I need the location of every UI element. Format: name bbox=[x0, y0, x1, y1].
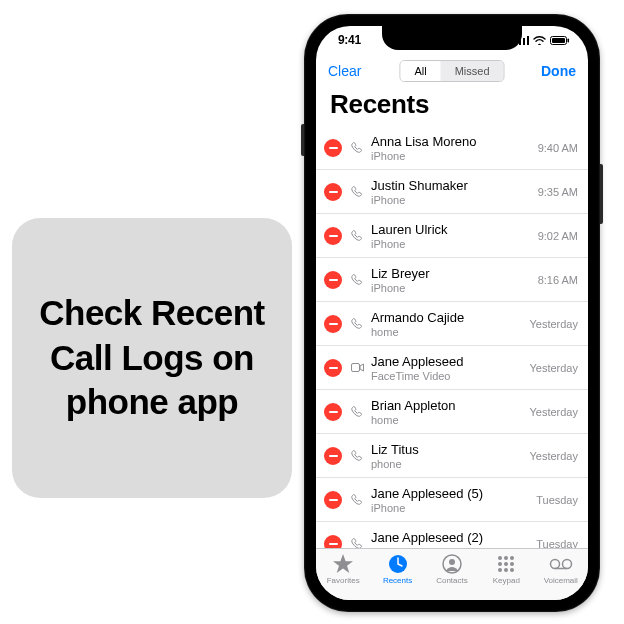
call-subtitle: iPhone bbox=[371, 282, 532, 294]
tab-label: Voicemail bbox=[544, 576, 578, 585]
call-subtitle: iPhone bbox=[371, 238, 532, 250]
call-time: 9:40 AM bbox=[538, 142, 578, 154]
call-row[interactable]: Anna Lisa MorenoiPhone9:40 AM bbox=[316, 126, 588, 170]
caller-name: Jane Appleseed (5) bbox=[371, 486, 530, 501]
call-row[interactable]: Brian AppletonhomeYesterday bbox=[316, 390, 588, 434]
tab-label: Favorites bbox=[327, 576, 360, 585]
call-info: Jane Appleseed (5)iPhone bbox=[371, 486, 530, 514]
segment-missed[interactable]: Missed bbox=[441, 61, 504, 81]
outgoing-call-icon bbox=[350, 494, 364, 506]
call-row[interactable]: Lauren UlrickiPhone9:02 AM bbox=[316, 214, 588, 258]
contact-icon bbox=[440, 553, 464, 575]
page-title: Recents bbox=[316, 87, 588, 126]
call-subtitle: phone bbox=[371, 458, 523, 470]
status-icons bbox=[515, 36, 570, 45]
delete-button[interactable] bbox=[324, 183, 342, 201]
call-info: Armando Cajidehome bbox=[371, 310, 523, 338]
caller-name: Liz Titus bbox=[371, 442, 523, 457]
outgoing-call-icon bbox=[350, 318, 364, 330]
delete-button[interactable] bbox=[324, 139, 342, 157]
svg-point-21 bbox=[562, 560, 571, 569]
delete-button[interactable] bbox=[324, 315, 342, 333]
svg-rect-6 bbox=[568, 38, 570, 42]
tab-bar: Favorites Recents Contacts bbox=[316, 548, 588, 600]
call-row[interactable]: Jane Appleseed (5)iPhoneTuesday bbox=[316, 478, 588, 522]
tab-voicemail[interactable]: Voicemail bbox=[536, 553, 586, 585]
iphone-frame: 9:41 Clear All Missed Done Recents bbox=[304, 14, 600, 612]
outgoing-call-icon bbox=[350, 186, 364, 198]
call-time: Yesterday bbox=[529, 406, 578, 418]
tab-recents[interactable]: Recents bbox=[373, 553, 423, 585]
call-row[interactable]: Liz BreyeriPhone8:16 AM bbox=[316, 258, 588, 302]
outgoing-call-icon bbox=[350, 450, 364, 462]
svg-rect-3 bbox=[527, 36, 529, 45]
svg-point-13 bbox=[510, 556, 514, 560]
svg-point-17 bbox=[498, 568, 502, 572]
call-subtitle: FaceTime Video bbox=[371, 370, 523, 382]
delete-button[interactable] bbox=[324, 227, 342, 245]
svg-rect-7 bbox=[351, 364, 359, 372]
caller-name: Justin Shumaker bbox=[371, 178, 532, 193]
call-subtitle: home bbox=[371, 326, 523, 338]
delete-button[interactable] bbox=[324, 447, 342, 465]
call-info: Jane Appleseed (2)FaceTime Video bbox=[371, 530, 530, 548]
clock-icon bbox=[386, 553, 410, 575]
delete-button[interactable] bbox=[324, 491, 342, 509]
caption-text: Check Recent Call Logs on phone app bbox=[30, 291, 274, 425]
recents-list[interactable]: Anna Lisa MorenoiPhone9:40 AMJustin Shum… bbox=[316, 126, 588, 548]
call-info: Justin ShumakeriPhone bbox=[371, 178, 532, 206]
tab-label: Contacts bbox=[436, 576, 468, 585]
call-info: Anna Lisa MorenoiPhone bbox=[371, 134, 532, 162]
call-row[interactable]: Liz TitusphoneYesterday bbox=[316, 434, 588, 478]
svg-point-19 bbox=[510, 568, 514, 572]
call-info: Jane AppleseedFaceTime Video bbox=[371, 354, 523, 382]
call-row[interactable]: Jane AppleseedFaceTime VideoYesterday bbox=[316, 346, 588, 390]
battery-icon bbox=[550, 36, 570, 45]
clear-button[interactable]: Clear bbox=[326, 59, 363, 83]
delete-button[interactable] bbox=[324, 403, 342, 421]
outgoing-call-icon bbox=[350, 274, 364, 286]
tab-contacts[interactable]: Contacts bbox=[427, 553, 477, 585]
outgoing-call-icon bbox=[350, 406, 364, 418]
caller-name: Lauren Ulrick bbox=[371, 222, 532, 237]
call-info: Brian Appletonhome bbox=[371, 398, 523, 426]
caller-name: Anna Lisa Moreno bbox=[371, 134, 532, 149]
video-icon bbox=[350, 363, 364, 372]
keypad-icon bbox=[494, 553, 518, 575]
caption-card: Check Recent Call Logs on phone app bbox=[12, 218, 292, 498]
outgoing-call-icon bbox=[350, 142, 364, 154]
done-button[interactable]: Done bbox=[539, 59, 578, 83]
call-row[interactable]: Jane Appleseed (2)FaceTime VideoTuesday bbox=[316, 522, 588, 548]
call-time: Yesterday bbox=[529, 318, 578, 330]
call-time: 8:16 AM bbox=[538, 274, 578, 286]
tab-keypad[interactable]: Keypad bbox=[481, 553, 531, 585]
delete-button[interactable] bbox=[324, 359, 342, 377]
call-time: Tuesday bbox=[536, 538, 578, 548]
segmented-control: All Missed bbox=[399, 60, 504, 82]
status-time: 9:41 bbox=[338, 33, 361, 47]
delete-button[interactable] bbox=[324, 535, 342, 548]
svg-point-15 bbox=[504, 562, 508, 566]
segment-all[interactable]: All bbox=[400, 61, 440, 81]
caller-name: Armando Cajide bbox=[371, 310, 523, 325]
call-time: Tuesday bbox=[536, 494, 578, 506]
svg-point-20 bbox=[550, 560, 559, 569]
svg-point-14 bbox=[498, 562, 502, 566]
svg-rect-5 bbox=[552, 38, 565, 43]
voicemail-icon bbox=[549, 553, 573, 575]
call-row[interactable]: Armando CajidehomeYesterday bbox=[316, 302, 588, 346]
tab-favorites[interactable]: Favorites bbox=[318, 553, 368, 585]
outgoing-call-icon bbox=[350, 538, 364, 548]
notch bbox=[382, 26, 522, 50]
call-row[interactable]: Justin ShumakeriPhone9:35 AM bbox=[316, 170, 588, 214]
call-time: 9:02 AM bbox=[538, 230, 578, 242]
call-time: Yesterday bbox=[529, 450, 578, 462]
call-subtitle: iPhone bbox=[371, 150, 532, 162]
svg-point-10 bbox=[449, 559, 455, 565]
delete-button[interactable] bbox=[324, 271, 342, 289]
call-info: Liz Titusphone bbox=[371, 442, 523, 470]
caller-name: Jane Appleseed bbox=[371, 354, 523, 369]
call-info: Liz BreyeriPhone bbox=[371, 266, 532, 294]
call-info: Lauren UlrickiPhone bbox=[371, 222, 532, 250]
call-subtitle: iPhone bbox=[371, 502, 530, 514]
